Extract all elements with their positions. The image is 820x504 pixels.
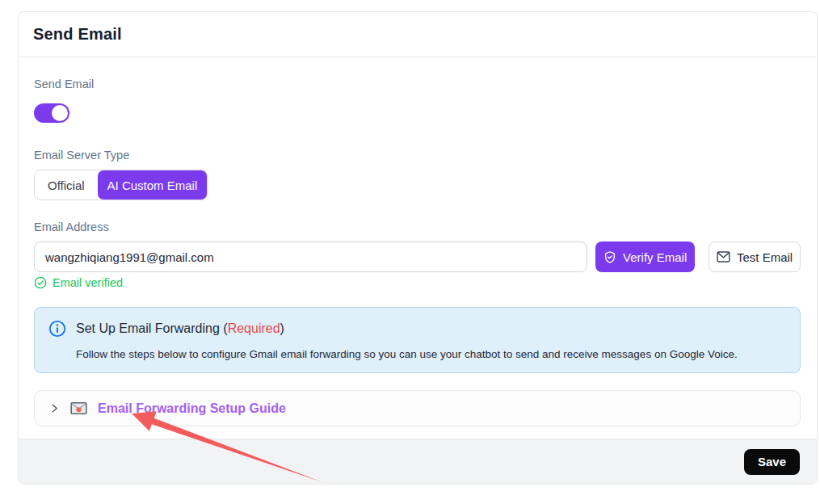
page-title: Send Email <box>33 25 122 44</box>
email-forwarding-setup-guide-panel[interactable]: Email Forwarding Setup Guide <box>34 390 801 426</box>
guide-title: Email Forwarding Setup Guide <box>98 401 286 416</box>
email-verified-text: Email verified <box>53 276 123 289</box>
email-address-label: Email Address <box>34 220 801 234</box>
email-envelope-emoji-icon <box>70 401 87 415</box>
card-body: Send Email Email Server Type Official AI… <box>19 57 817 439</box>
save-button[interactable]: Save <box>744 449 800 475</box>
email-server-type-label: Email Server Type <box>34 149 801 162</box>
send-email-toggle-label: Send Email <box>34 78 801 91</box>
email-forwarding-info-box: Set Up Email Forwarding (Required) Follo… <box>34 307 801 373</box>
chevron-right-icon <box>49 403 60 414</box>
server-type-option-official[interactable]: Official <box>35 170 98 200</box>
test-email-label: Test Email <box>737 250 793 264</box>
required-label: Required <box>228 321 280 335</box>
send-email-card: Send Email Send Email Email Server Type … <box>18 11 818 485</box>
verify-email-label: Verify Email <box>623 250 687 264</box>
info-box-title: Set Up Email Forwarding (Required) <box>76 321 284 336</box>
envelope-icon <box>717 251 730 262</box>
card-footer: Save <box>19 439 817 484</box>
info-box-body: Follow the steps below to configure Gmai… <box>76 348 784 361</box>
email-verified-status: Email verified <box>34 276 801 289</box>
info-circle-icon <box>48 320 66 338</box>
test-email-button[interactable]: Test Email <box>709 242 801 272</box>
shield-check-icon <box>603 250 616 264</box>
email-address-input[interactable] <box>34 242 587 272</box>
toggle-knob <box>52 105 68 121</box>
send-email-toggle[interactable] <box>34 103 69 123</box>
email-server-type-segmented-control: Official AI Custom Email <box>34 170 208 200</box>
check-circle-icon <box>34 276 47 289</box>
info-title-row: Set Up Email Forwarding (Required) <box>48 320 784 338</box>
email-address-row: Verify Email Test Email <box>34 242 801 272</box>
card-header: Send Email <box>19 12 817 57</box>
server-type-option-ai-custom-email[interactable]: AI Custom Email <box>98 170 208 200</box>
verify-email-button[interactable]: Verify Email <box>595 242 695 272</box>
